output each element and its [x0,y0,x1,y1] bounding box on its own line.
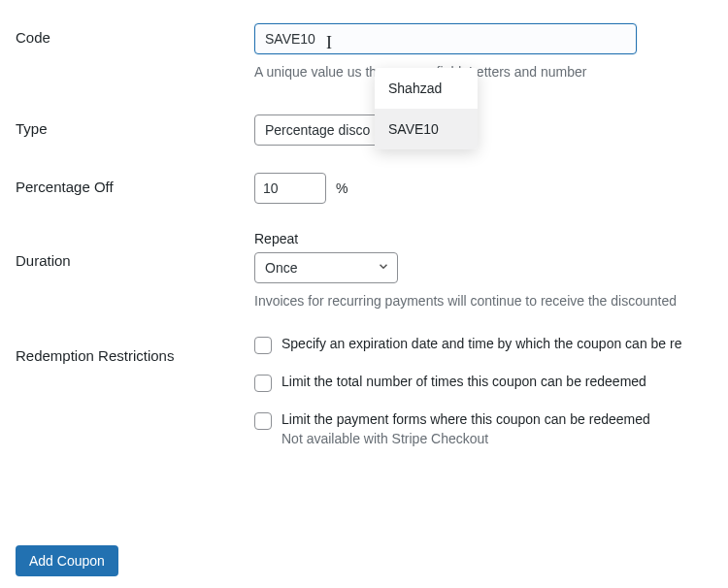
limit-forms-note: Not available with Stripe Checkout [281,431,650,446]
limit-forms-label: Limit the payment forms where this coupo… [281,411,650,427]
limit-total-checkbox[interactable] [254,375,272,392]
expire-checkbox[interactable] [254,337,272,354]
code-helper: A unique value us the coupon field. Lett… [254,64,728,80]
autocomplete-item-save10[interactable]: SAVE10 [375,109,478,149]
code-field: A unique value us the coupon field. Lett… [254,23,728,80]
percentage-input[interactable] [254,173,326,204]
percentage-field: % [254,173,728,204]
duration-row: Duration Repeat Once Invoices for recurr… [16,231,728,309]
code-input[interactable] [254,23,637,54]
restrictions-label: Redemption Restrictions [16,336,254,364]
duration-subhead: Repeat [254,231,728,246]
restrictions-field: Specify an expiration date and time by w… [254,336,728,450]
expire-label: Specify an expiration date and time by w… [281,336,681,351]
limit-total-label: Limit the total number of times this cou… [281,374,646,389]
code-label: Code [16,23,254,46]
expire-option: Specify an expiration date and time by w… [254,336,728,354]
limit-total-option: Limit the total number of times this cou… [254,374,728,392]
restrictions-row: Redemption Restrictions Specify an expir… [16,336,728,450]
type-row: Type Percentage disco [16,114,728,146]
duration-helper: Invoices for recurring payments will con… [254,293,728,309]
coupon-form: Code A unique value us the coupon field.… [0,0,728,588]
limit-forms-option: Limit the payment forms where this coupo… [254,411,728,446]
duration-label: Duration [16,231,254,269]
limit-forms-checkbox[interactable] [254,412,272,430]
type-label: Type [16,114,254,137]
duration-select[interactable]: Once [254,252,398,283]
autocomplete-dropdown: Shahzad SAVE10 [375,68,478,149]
percentage-row: Percentage Off % [16,173,728,204]
add-coupon-button[interactable]: Add Coupon [16,545,118,576]
duration-field: Repeat Once Invoices for recurring payme… [254,231,728,309]
type-field: Percentage disco [254,114,728,146]
autocomplete-item-shahzad[interactable]: Shahzad [375,68,478,109]
percentage-label: Percentage Off [16,173,254,195]
percentage-suffix: % [336,180,347,196]
code-row: Code A unique value us the coupon field.… [16,23,728,80]
